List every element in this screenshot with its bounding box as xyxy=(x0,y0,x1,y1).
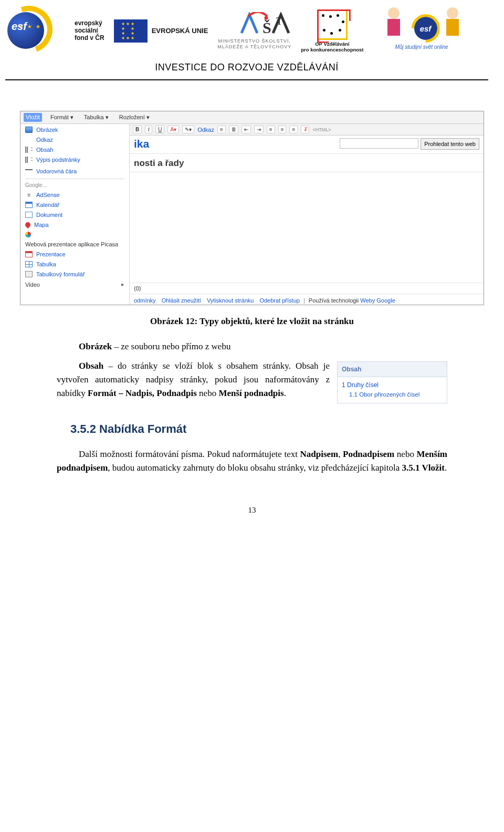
insert-dropdown: Obrázek Odkaz Obsah Výpis podstránky Vod… xyxy=(20,124,130,305)
calendar-icon xyxy=(25,202,33,208)
presentation-icon xyxy=(25,251,33,257)
svg-text:T: T xyxy=(276,15,282,27)
obsah-float-l1[interactable]: 1 Druhy čísel xyxy=(342,380,443,390)
search-input[interactable] xyxy=(340,138,418,149)
letterhead: ★ ★ ★ esf evropský sociální fond v ČR EV… xyxy=(5,5,488,80)
textcolor-button[interactable]: A▾ xyxy=(167,126,179,133)
dd-mapa[interactable]: Mapa xyxy=(20,220,129,230)
footer-tech-link[interactable]: Weby Google xyxy=(360,297,395,304)
footer-tech-prefix: Používá technologii xyxy=(309,297,360,304)
esf-label: esf xyxy=(12,20,27,33)
dd-vypis[interactable]: Výpis podstránky xyxy=(20,155,129,165)
toc-icon xyxy=(25,147,33,153)
footer-link-ohlasit[interactable]: Ohlásit zneužití xyxy=(162,297,201,304)
dd-google-label: Google... xyxy=(20,180,129,190)
dd-formular[interactable]: Tabulkový formulář xyxy=(20,269,129,279)
dd-tabulka[interactable]: Tabulka xyxy=(20,259,129,269)
chevron-right-icon: ▸ xyxy=(121,281,124,288)
editor-pane: B I U A▾ ✎▾ Odkaz ≡ ≣ ⇤ ⇥ ≡ ≡ ≡ T̶ <HTML… xyxy=(130,124,484,305)
page-subtitle: nosti a řady xyxy=(130,154,484,172)
html-button[interactable]: <HTML> xyxy=(312,127,331,132)
format-toolbar: B I U A▾ ✎▾ Odkaz ≡ ≣ ⇤ ⇥ ≡ ≡ ≡ T̶ <HTML… xyxy=(130,124,484,136)
form-icon xyxy=(25,271,33,277)
editor-screenshot: Vložit Formát ▾ Tabulka ▾ Rozložení ▾ Ob… xyxy=(20,111,484,305)
eu-label: EVROPSKÁ UNIE xyxy=(152,27,208,35)
right-cartoon-logo: esf Můj studijní svět online xyxy=(373,7,470,55)
msmt-logo-icon: Š T xyxy=(239,12,291,36)
footer-link-odminky[interactable]: odmínky xyxy=(134,297,156,304)
dd-adsense[interactable]: AdSense xyxy=(20,190,129,200)
esf-logo: ★ ★ ★ esf xyxy=(7,8,65,54)
search-button[interactable]: Prohledat tento web xyxy=(421,138,479,150)
document-body: Obrázek 12: Typy objektů, které lze vlož… xyxy=(57,315,447,517)
esf-cs-text: evropský sociální fond v ČR xyxy=(75,20,104,41)
obsah-float-l2[interactable]: 1.1 Obor přirozených čísel xyxy=(342,390,443,400)
image-icon xyxy=(25,127,33,133)
numlist-button[interactable]: ≡ xyxy=(217,126,226,133)
dd-kalendar[interactable]: Kalendář xyxy=(20,200,129,210)
eu-block: EVROPSKÁ UNIE xyxy=(114,19,208,43)
page-title-input[interactable]: ika xyxy=(134,138,334,150)
svg-text:Š: Š xyxy=(262,19,271,36)
dd-obsah[interactable]: Obsah xyxy=(20,145,129,155)
bullist-button[interactable]: ≣ xyxy=(229,126,238,133)
dd-video[interactable]: Video▸ xyxy=(20,279,129,290)
menu-format[interactable]: Formát ▾ xyxy=(48,113,76,122)
map-pin-icon xyxy=(24,221,32,228)
spreadsheet-icon xyxy=(25,261,33,267)
dd-picasa[interactable]: Webová prezentace aplikace Picasa xyxy=(20,240,129,249)
footer-link-vytisknout[interactable]: Vytisknout stránku xyxy=(207,297,254,304)
colorwheel-icon xyxy=(25,232,31,237)
logo-row: ★ ★ ★ esf evropský sociální fond v ČR EV… xyxy=(5,5,488,57)
menu-vlozit[interactable]: Vložit xyxy=(24,113,42,122)
attachments-row[interactable]: (0) xyxy=(130,283,484,294)
dd-prezentace[interactable]: Prezentace xyxy=(20,249,129,259)
paragraph-format: Další možnosti formátování písma. Pokud … xyxy=(57,448,447,475)
link-button[interactable]: Odkaz xyxy=(197,127,214,133)
dd-odkaz[interactable]: Odkaz xyxy=(20,135,129,145)
document-icon xyxy=(25,212,33,218)
bold-button[interactable]: B xyxy=(133,126,142,133)
dd-dokument[interactable]: Dokument xyxy=(20,210,129,220)
obsah-float-title: Obsah xyxy=(338,362,447,378)
link-icon xyxy=(25,137,33,143)
hrule-icon xyxy=(25,169,33,175)
obsah-float-box: Obsah 1 Druhy čísel 1.1 Obor přirozených… xyxy=(337,361,447,403)
underline-button[interactable]: U xyxy=(155,126,164,133)
opvk-block: OP Vzdělávání pro konkurenceschopnost xyxy=(301,9,363,53)
footer-link-odebrat[interactable]: Odebrat přístup xyxy=(259,297,299,304)
align-center-button[interactable]: ≡ xyxy=(278,126,287,133)
msmt-block: Š T MINISTERSTVO ŠKOLSTVÍ, MLÁDEŽE A TĚL… xyxy=(217,12,291,50)
adsense-icon xyxy=(25,192,33,198)
page-number: 13 xyxy=(57,504,447,516)
figure-caption: Obrázek 12: Typy objektů, které lze vlož… xyxy=(57,315,447,328)
heading-3-5-2: 3.5.2 Nabídka Formát xyxy=(70,420,447,438)
align-left-button[interactable]: ≡ xyxy=(267,126,275,133)
indent-button[interactable]: ⇥ xyxy=(254,126,264,133)
dd-circle[interactable] xyxy=(20,230,129,240)
italic-button[interactable]: I xyxy=(145,126,152,133)
editor-canvas[interactable] xyxy=(130,172,484,283)
align-right-button[interactable]: ≡ xyxy=(289,126,298,133)
menu-tabulka[interactable]: Tabulka ▾ xyxy=(82,113,111,122)
menu-rozlozeni[interactable]: Rozložení ▾ xyxy=(117,113,152,122)
outdent-button[interactable]: ⇤ xyxy=(242,126,251,133)
invest-line: INVESTICE DO ROZVOJE VZDĚLÁVÁNÍ xyxy=(5,57,488,76)
clear-format-button[interactable]: T̶ xyxy=(301,126,309,133)
sublist-icon xyxy=(25,157,33,163)
highlight-button[interactable]: ✎▾ xyxy=(182,126,194,133)
opvk-icon xyxy=(317,9,348,40)
eu-flag-icon xyxy=(114,19,148,43)
paragraph-obrazek: Obrázek – ze souboru nebo přímo z webu xyxy=(57,340,447,353)
dd-hline[interactable]: Vodorovná čára xyxy=(20,165,129,178)
page-footer: odmínky Ohlásit zneužití Vytisknout strá… xyxy=(130,294,484,305)
dd-obrazek[interactable]: Obrázek xyxy=(20,125,129,135)
menubar: Vložit Formát ▾ Tabulka ▾ Rozložení ▾ xyxy=(20,111,484,124)
